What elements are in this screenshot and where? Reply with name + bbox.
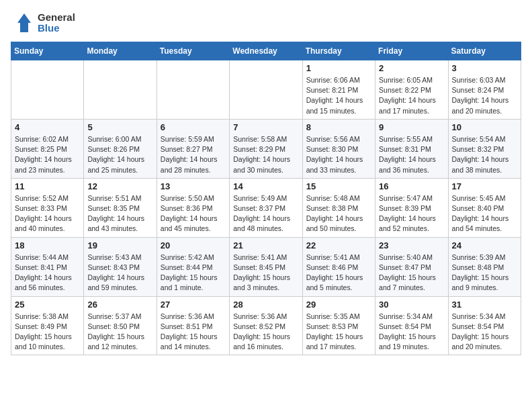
- day-info: Sunrise: 5:40 AM Sunset: 8:47 PM Dayligh…: [379, 253, 444, 293]
- calendar-cell: [11, 60, 84, 120]
- day-info: Sunrise: 5:35 AM Sunset: 8:53 PM Dayligh…: [306, 312, 371, 353]
- calendar-cell: [230, 60, 302, 120]
- calendar-cell: 19Sunrise: 5:43 AM Sunset: 8:43 PM Dayli…: [84, 237, 157, 296]
- day-info: Sunrise: 5:36 AM Sunset: 8:52 PM Dayligh…: [233, 312, 298, 353]
- day-number: 12: [87, 181, 152, 191]
- day-number: 5: [87, 122, 152, 132]
- weekday-header-row: SundayMondayTuesdayWednesdayThursdayFrid…: [11, 42, 521, 60]
- weekday-header-wednesday: Wednesday: [230, 42, 302, 60]
- day-info: Sunrise: 5:51 AM Sunset: 8:35 PM Dayligh…: [87, 193, 152, 234]
- calendar-cell: 21Sunrise: 5:41 AM Sunset: 8:45 PM Dayli…: [230, 237, 302, 296]
- calendar-cell: 10Sunrise: 5:54 AM Sunset: 8:32 PM Dayli…: [448, 119, 521, 178]
- day-info: Sunrise: 5:52 AM Sunset: 8:33 PM Dayligh…: [15, 193, 80, 234]
- day-number: 11: [15, 181, 80, 191]
- calendar-cell: 26Sunrise: 5:37 AM Sunset: 8:50 PM Dayli…: [84, 296, 157, 355]
- logo-blue-text: Blue: [38, 23, 75, 34]
- day-number: 18: [15, 240, 80, 250]
- calendar-cell: [84, 60, 157, 120]
- weekday-header-sunday: Sunday: [11, 42, 84, 60]
- day-info: Sunrise: 5:45 AM Sunset: 8:40 PM Dayligh…: [452, 193, 517, 234]
- calendar-cell: 6Sunrise: 5:59 AM Sunset: 8:27 PM Daylig…: [157, 119, 229, 178]
- calendar-cell: 11Sunrise: 5:52 AM Sunset: 8:33 PM Dayli…: [11, 178, 84, 237]
- calendar-cell: 2Sunrise: 6:05 AM Sunset: 8:22 PM Daylig…: [375, 60, 448, 120]
- day-number: 20: [161, 240, 226, 250]
- calendar-cell: 17Sunrise: 5:45 AM Sunset: 8:40 PM Dayli…: [448, 178, 521, 237]
- calendar-cell: 25Sunrise: 5:38 AM Sunset: 8:49 PM Dayli…: [11, 296, 84, 355]
- page-header: GeneralBlue: [11, 11, 521, 35]
- day-number: 29: [306, 300, 371, 310]
- logo-text-block: GeneralBlue: [38, 12, 75, 34]
- calendar-cell: 20Sunrise: 5:42 AM Sunset: 8:44 PM Dayli…: [157, 237, 229, 296]
- calendar-cell: 7Sunrise: 5:58 AM Sunset: 8:29 PM Daylig…: [230, 119, 302, 178]
- day-info: Sunrise: 6:05 AM Sunset: 8:22 PM Dayligh…: [379, 75, 444, 116]
- logo: GeneralBlue: [11, 11, 75, 35]
- calendar-cell: 8Sunrise: 5:56 AM Sunset: 8:30 PM Daylig…: [302, 119, 375, 178]
- calendar-cell: 24Sunrise: 5:39 AM Sunset: 8:48 PM Dayli…: [448, 237, 521, 296]
- calendar-cell: 23Sunrise: 5:40 AM Sunset: 8:47 PM Dayli…: [375, 237, 448, 296]
- day-number: 17: [452, 181, 517, 191]
- day-number: 6: [161, 122, 226, 132]
- day-number: 21: [233, 240, 298, 250]
- calendar-cell: 18Sunrise: 5:44 AM Sunset: 8:41 PM Dayli…: [11, 237, 84, 296]
- day-number: 19: [87, 240, 152, 250]
- day-info: Sunrise: 5:38 AM Sunset: 8:49 PM Dayligh…: [15, 312, 80, 353]
- calendar-cell: 30Sunrise: 5:34 AM Sunset: 8:54 PM Dayli…: [375, 296, 448, 355]
- calendar-cell: 31Sunrise: 5:34 AM Sunset: 8:54 PM Dayli…: [448, 296, 521, 355]
- day-info: Sunrise: 6:06 AM Sunset: 8:21 PM Dayligh…: [306, 75, 371, 116]
- calendar-week-row: 4Sunrise: 6:02 AM Sunset: 8:25 PM Daylig…: [11, 119, 521, 178]
- day-number: 10: [452, 122, 517, 132]
- day-info: Sunrise: 5:42 AM Sunset: 8:44 PM Dayligh…: [161, 253, 226, 293]
- calendar-cell: 12Sunrise: 5:51 AM Sunset: 8:35 PM Dayli…: [84, 178, 157, 237]
- day-info: Sunrise: 5:55 AM Sunset: 8:31 PM Dayligh…: [379, 134, 444, 175]
- day-info: Sunrise: 6:02 AM Sunset: 8:25 PM Dayligh…: [15, 134, 80, 175]
- day-number: 14: [233, 181, 298, 191]
- day-number: 23: [379, 240, 444, 250]
- day-number: 2: [379, 63, 444, 73]
- calendar-week-row: 11Sunrise: 5:52 AM Sunset: 8:33 PM Dayli…: [11, 178, 521, 237]
- day-info: Sunrise: 6:03 AM Sunset: 8:24 PM Dayligh…: [452, 75, 517, 116]
- weekday-header-tuesday: Tuesday: [157, 42, 229, 60]
- day-number: 7: [233, 122, 298, 132]
- weekday-header-monday: Monday: [84, 42, 157, 60]
- day-number: 13: [161, 181, 226, 191]
- day-number: 27: [161, 300, 226, 310]
- calendar-cell: 4Sunrise: 6:02 AM Sunset: 8:25 PM Daylig…: [11, 119, 84, 178]
- day-info: Sunrise: 5:41 AM Sunset: 8:45 PM Dayligh…: [233, 253, 298, 293]
- day-number: 30: [379, 300, 444, 310]
- calendar-cell: 22Sunrise: 5:41 AM Sunset: 8:46 PM Dayli…: [302, 237, 375, 296]
- day-number: 4: [15, 122, 80, 132]
- calendar-cell: 16Sunrise: 5:47 AM Sunset: 8:39 PM Dayli…: [375, 178, 448, 237]
- calendar-cell: 29Sunrise: 5:35 AM Sunset: 8:53 PM Dayli…: [302, 296, 375, 355]
- day-number: 28: [233, 300, 298, 310]
- calendar-cell: 5Sunrise: 6:00 AM Sunset: 8:26 PM Daylig…: [84, 119, 157, 178]
- calendar-cell: 3Sunrise: 6:03 AM Sunset: 8:24 PM Daylig…: [448, 60, 521, 120]
- day-number: 24: [452, 240, 517, 250]
- day-number: 15: [306, 181, 371, 191]
- day-number: 31: [452, 300, 517, 310]
- calendar-week-row: 25Sunrise: 5:38 AM Sunset: 8:49 PM Dayli…: [11, 296, 521, 355]
- calendar-cell: 14Sunrise: 5:49 AM Sunset: 8:37 PM Dayli…: [230, 178, 302, 237]
- day-info: Sunrise: 5:48 AM Sunset: 8:38 PM Dayligh…: [306, 193, 371, 234]
- calendar-table: SundayMondayTuesdayWednesdayThursdayFrid…: [11, 42, 521, 355]
- day-info: Sunrise: 5:34 AM Sunset: 8:54 PM Dayligh…: [379, 312, 444, 353]
- day-info: Sunrise: 5:59 AM Sunset: 8:27 PM Dayligh…: [161, 134, 226, 175]
- day-number: 3: [452, 63, 517, 73]
- day-number: 1: [306, 63, 371, 73]
- day-number: 16: [379, 181, 444, 191]
- weekday-header-thursday: Thursday: [302, 42, 375, 60]
- day-info: Sunrise: 5:44 AM Sunset: 8:41 PM Dayligh…: [15, 253, 80, 293]
- svg-marker-0: [17, 13, 31, 32]
- calendar-cell: 15Sunrise: 5:48 AM Sunset: 8:38 PM Dayli…: [302, 178, 375, 237]
- day-number: 25: [15, 300, 80, 310]
- day-info: Sunrise: 6:00 AM Sunset: 8:26 PM Dayligh…: [87, 134, 152, 175]
- weekday-header-friday: Friday: [375, 42, 448, 60]
- day-number: 9: [379, 122, 444, 132]
- calendar-cell: 27Sunrise: 5:36 AM Sunset: 8:51 PM Dayli…: [157, 296, 229, 355]
- day-number: 26: [87, 300, 152, 310]
- day-info: Sunrise: 5:47 AM Sunset: 8:39 PM Dayligh…: [379, 193, 444, 234]
- day-info: Sunrise: 5:43 AM Sunset: 8:43 PM Dayligh…: [87, 253, 152, 293]
- calendar-week-row: 1Sunrise: 6:06 AM Sunset: 8:21 PM Daylig…: [11, 60, 521, 120]
- calendar-cell: 28Sunrise: 5:36 AM Sunset: 8:52 PM Dayli…: [230, 296, 302, 355]
- calendar-cell: 13Sunrise: 5:50 AM Sunset: 8:36 PM Dayli…: [157, 178, 229, 237]
- day-number: 22: [306, 240, 371, 250]
